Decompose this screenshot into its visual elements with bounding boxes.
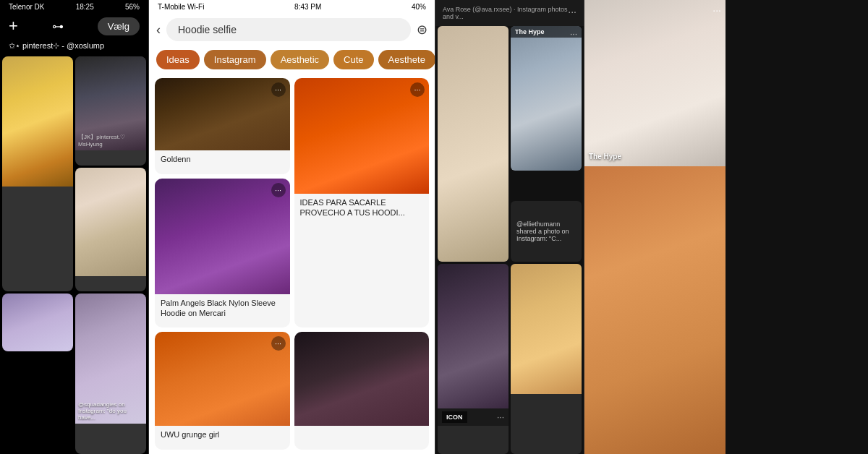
right-pin-card[interactable]: ICON ··· — [438, 264, 509, 454]
left-time: 18:25 — [76, 3, 94, 11]
top-banner: Ava Rose (@ava.rxsee) · Instagram photos… — [435, 0, 584, 26]
pin-label-area: The Hype — [589, 149, 721, 162]
pin-title: IDEAS PARA SACARLE PROVECHO A TUS HOODI.… — [300, 197, 424, 218]
pin-card[interactable] — [75, 168, 146, 291]
pin-image — [75, 168, 146, 276]
pin-footer: Palm Angels Black Nylon Sleeve Hoodie on… — [155, 294, 290, 323]
chip-cute[interactable]: Cute — [333, 50, 373, 69]
pin-card[interactable] — [2, 294, 73, 351]
mid-phone: T-Mobile Wi-Fi 8:43 PM 40% ‹ ⊜ Ideas Ins… — [149, 0, 435, 454]
left-phone: Telenor DK 18:25 56% + ⊶ Vælg ✩⋆ pintere… — [0, 0, 148, 454]
banner-text: Ava Rose (@ava.rxsee) · Instagram photos… — [443, 6, 568, 20]
chip-aesthetic[interactable]: Aesthetic — [271, 50, 329, 69]
pin-caption: 【JK】pinterest.♡ MsHyung — [78, 133, 143, 147]
board-name: ✩⋆ pinterest⊹ - @xoslump — [0, 41, 148, 56]
more-button[interactable]: ··· — [497, 412, 504, 422]
pin-more-button[interactable]: ··· — [410, 82, 425, 97]
bottom-image — [584, 166, 726, 454]
mid-carrier: T-Mobile Wi-Fi — [158, 3, 204, 11]
back-button[interactable]: ‹ — [156, 22, 161, 38]
pin-card-orange-hoodie[interactable]: IDEAS PARA SACARLE PROVECHO A TUS HOODI.… — [294, 78, 430, 327]
filter-chips: Ideas Instagram Aesthetic Cute Aesthete — [149, 46, 435, 74]
pin-image — [438, 264, 509, 408]
filter-icon[interactable]: ⊶ — [52, 20, 64, 33]
pin-image — [294, 332, 430, 426]
pin-title: Palm Angels Black Nylon Sleeve Hoodie on… — [161, 298, 284, 319]
pin-image — [294, 78, 430, 194]
top-image — [584, 0, 726, 166]
pin-more-button[interactable]: ··· — [271, 336, 286, 351]
pin-label: ICON — [442, 411, 467, 423]
pin-card[interactable]: @squadangles on Instagram: "do you have.… — [75, 294, 146, 454]
pin-card-orange-cap[interactable]: UWU grunge girl ··· — [155, 332, 290, 450]
left-battery: 56% — [125, 3, 140, 11]
far-right-panel: The Hype ··· — [584, 0, 726, 454]
search-bar: ‹ ⊜ — [149, 14, 435, 46]
mid-time: 8:43 PM — [294, 3, 321, 11]
pin-more-button[interactable]: ··· — [271, 82, 286, 97]
left-grid: 【JK】pinterest.♡ MsHyung @squadangles on … — [0, 56, 148, 454]
right-grid: The Hype ··· @elliethumann shared a phot… — [435, 26, 584, 454]
pin-card-purple-hoodie[interactable]: Palm Angels Black Nylon Sleeve Hoodie on… — [155, 179, 290, 328]
pin-more-button[interactable]: ··· — [271, 183, 286, 197]
pin-footer: IDEAS PARA SACARLE PROVECHO A TUS HOODI.… — [294, 194, 430, 223]
settings-icon[interactable]: ⊜ — [417, 22, 427, 38]
pin-card-goldenn[interactable]: Goldenn ··· — [155, 78, 290, 174]
more-button[interactable]: ··· — [712, 4, 721, 16]
right-phone: Ava Rose (@ava.rxsee) · Instagram photos… — [435, 0, 584, 454]
far-right-top: The Hype ··· — [584, 0, 726, 166]
add-icon[interactable]: + — [9, 17, 18, 35]
chip-aesthete[interactable]: Aesthete — [378, 50, 435, 69]
right-pin-card[interactable]: @elliethumann shared a photo on Instagra… — [511, 201, 582, 262]
pin-title: Goldenn — [161, 154, 284, 164]
pin-card[interactable]: 【JK】pinterest.♡ MsHyung — [75, 56, 146, 166]
more-button[interactable]: ··· — [568, 6, 576, 17]
search-input[interactable] — [166, 18, 411, 41]
right-pin-card[interactable] — [438, 26, 509, 262]
chip-instagram[interactable]: Instagram — [204, 50, 266, 69]
pin-title: UWU grunge girl — [161, 429, 284, 440]
pin-image — [155, 332, 290, 426]
pin-image — [511, 26, 582, 171]
pin-footer: Goldenn — [155, 150, 290, 168]
left-carrier: Telenor DK — [9, 3, 44, 11]
left-toolbar: + ⊶ Vælg — [0, 14, 148, 41]
pin-image: @squadangles on Instagram: "do you have.… — [75, 294, 146, 424]
pin-card-dark-hoodie[interactable] — [294, 332, 430, 450]
far-right-bottom — [584, 166, 726, 454]
chip-ideas[interactable]: Ideas — [156, 50, 200, 69]
right-pin-card[interactable]: The Hype ··· — [511, 26, 582, 171]
pin-image — [155, 179, 290, 294]
pin-image — [511, 264, 582, 394]
pin-image — [438, 26, 509, 262]
pin-caption: @elliethumann shared a photo on Instagra… — [516, 220, 576, 242]
left-status-bar: Telenor DK 18:25 56% — [0, 0, 148, 14]
more-button[interactable]: ··· — [570, 29, 577, 39]
pin-image: 【JK】pinterest.♡ MsHyung — [75, 56, 146, 150]
pin-title: The Hype — [589, 153, 621, 160]
pin-footer: UWU grunge girl — [155, 426, 290, 444]
pin-card[interactable] — [2, 56, 73, 291]
pin-caption: @squadangles on Instagram: "do you have.… — [78, 401, 143, 421]
select-button[interactable]: Vælg — [98, 17, 140, 35]
mid-battery: 40% — [412, 3, 426, 11]
pin-image — [155, 78, 290, 150]
pin-image — [2, 56, 73, 187]
right-pin-card[interactable] — [511, 264, 582, 454]
mid-status-bar: T-Mobile Wi-Fi 8:43 PM 40% — [149, 0, 435, 14]
pins-grid: Goldenn ··· IDEAS PARA SACARLE PROVECHO … — [149, 74, 435, 454]
